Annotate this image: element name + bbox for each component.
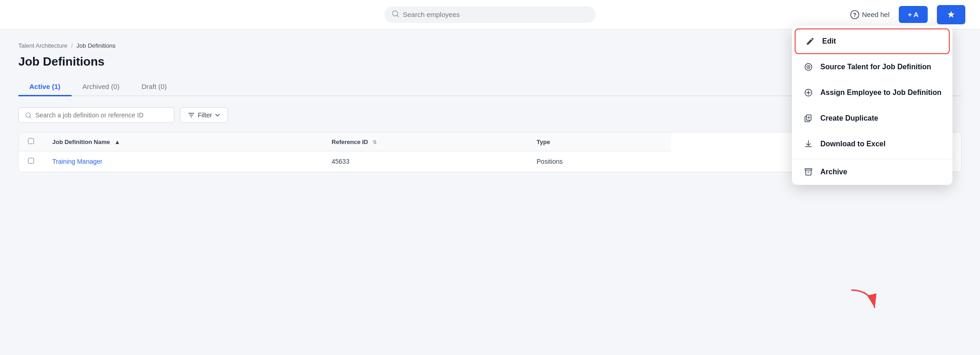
dropdown-archive-label: Archive — [820, 168, 847, 176]
need-help-label: Need hel — [862, 11, 890, 18]
column-reference-id: Reference ID ⇅ — [323, 133, 528, 151]
tab-active[interactable]: Active (1) — [18, 78, 72, 96]
red-arrow-indicator — [847, 286, 879, 314]
create-duplicate-icon — [803, 113, 814, 124]
svg-rect-16 — [805, 169, 812, 170]
row-type-cell: Positions — [528, 151, 671, 172]
dropdown-item-edit[interactable]: Edit — [795, 28, 950, 54]
dropdown-item-assign-employee[interactable]: Assign Employee to Job Definition — [792, 80, 952, 105]
job-definition-search-input[interactable] — [35, 111, 167, 119]
search-icon — [392, 10, 399, 19]
topbar: ? Need hel + A — [0, 0, 980, 29]
search-bar — [384, 6, 596, 23]
svg-line-5 — [30, 116, 31, 117]
filter-label: Filter — [198, 111, 212, 119]
job-definition-link[interactable]: Training Manager — [52, 158, 102, 165]
column-job-definition-name: Job Definition Name ▲ — [43, 133, 323, 151]
dropdown-item-create-duplicate[interactable]: Create Duplicate — [792, 105, 952, 131]
edit-icon — [805, 36, 816, 47]
search-container — [384, 6, 596, 23]
row-checkbox-cell — [19, 151, 43, 172]
row-name-cell: Training Manager — [43, 151, 323, 172]
add-button[interactable]: + A — [899, 6, 928, 23]
assign-employee-icon — [803, 87, 814, 98]
download-excel-icon — [803, 139, 814, 150]
dropdown-item-download-excel[interactable]: Download to Excel — [792, 131, 952, 157]
filter-button[interactable]: Filter — [180, 107, 228, 123]
search-definition — [18, 107, 174, 123]
svg-line-1 — [397, 15, 399, 17]
source-talent-icon — [803, 61, 814, 72]
employee-search-input[interactable] — [403, 11, 588, 18]
breadcrumb-current: Job Definitions — [77, 42, 116, 49]
dropdown-download-excel-label: Download to Excel — [820, 140, 885, 148]
chevron-down-icon — [215, 112, 220, 118]
dropdown-item-source-talent[interactable]: Source Talent for Job Definition — [792, 54, 952, 80]
breadcrumb-parent[interactable]: Talent Architecture — [18, 42, 67, 49]
dropdown-assign-employee-label: Assign Employee to Job Definition — [820, 89, 941, 97]
sort-arrows-reference-id[interactable]: ⇅ — [373, 139, 377, 145]
svg-text:?: ? — [853, 12, 856, 18]
filter-icon — [188, 111, 195, 119]
topbar-right: ? Need hel + A — [596, 5, 965, 24]
row-reference-id-cell: 45633 — [323, 151, 528, 172]
context-dropdown-menu: Edit Source Talent for Job Definition As… — [792, 26, 952, 185]
tab-archived[interactable]: Archived (0) — [72, 78, 131, 96]
tab-draft[interactable]: Draft (0) — [130, 78, 178, 96]
column-checkbox — [19, 133, 43, 151]
dropdown-edit-label: Edit — [822, 37, 836, 45]
svg-point-8 — [808, 67, 809, 68]
dropdown-source-talent-label: Source Talent for Job Definition — [820, 63, 931, 71]
dropdown-create-duplicate-label: Create Duplicate — [820, 114, 878, 122]
select-all-checkbox[interactable] — [28, 138, 34, 144]
need-help[interactable]: ? Need hel — [850, 10, 890, 19]
row-checkbox[interactable] — [28, 158, 34, 164]
dropdown-item-archive[interactable]: Archive — [792, 159, 952, 185]
archive-icon — [803, 166, 814, 178]
action-button[interactable] — [937, 5, 965, 24]
add-button-label: + A — [908, 11, 919, 18]
sort-asc-icon: ▲ — [114, 139, 120, 145]
search-def-icon — [25, 112, 32, 119]
column-type: Type — [528, 133, 671, 151]
breadcrumb-separator: / — [71, 42, 73, 49]
